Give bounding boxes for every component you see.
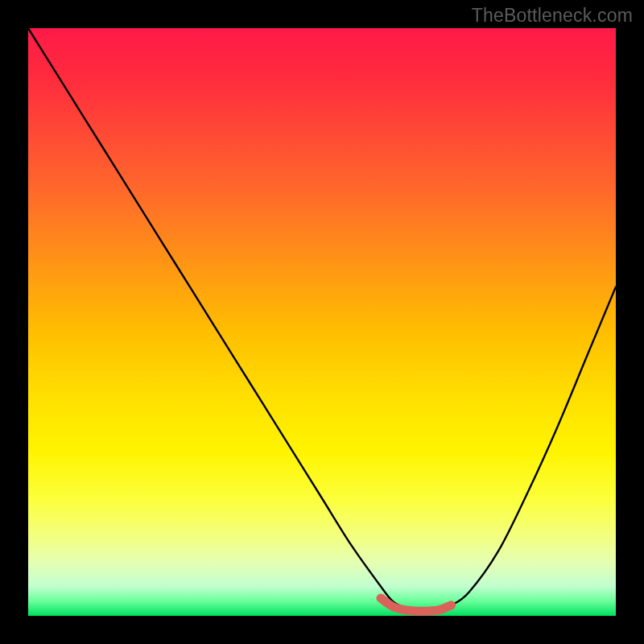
bottleneck-curve: [28, 28, 616, 610]
watermark-text: TheBottleneck.com: [472, 5, 633, 27]
chart-container: TheBottleneck.com: [0, 0, 644, 644]
chart-svg: [28, 28, 616, 616]
plot-area: [28, 28, 616, 616]
